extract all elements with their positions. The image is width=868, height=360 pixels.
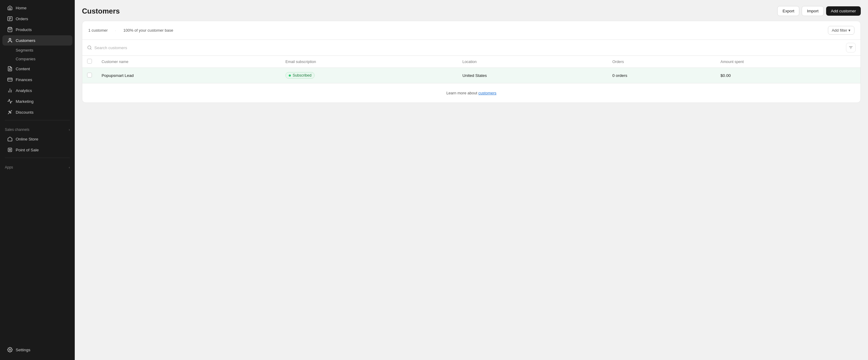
sidebar-item-label: Analytics	[16, 88, 32, 93]
chevron-down-icon: ▾	[848, 28, 850, 33]
add-filter-button[interactable]: Add filter ▾	[828, 26, 855, 35]
pos-icon	[7, 147, 13, 153]
column-location: Location	[458, 56, 608, 68]
sidebar-item-settings[interactable]: Settings	[2, 344, 72, 355]
subscribed-badge: Subscribed	[285, 72, 315, 79]
customer-count: 1 customer	[88, 28, 107, 33]
products-icon	[7, 27, 13, 32]
sidebar-item-label: Orders	[16, 17, 28, 21]
sidebar-item-label: Home	[16, 6, 27, 10]
header-checkbox-cell	[82, 56, 97, 68]
stats-bar: 1 customer · 100% of your customer base …	[82, 21, 861, 40]
sidebar-item-content[interactable]: Content	[2, 64, 72, 74]
stat-divider: ·	[115, 28, 116, 33]
settings-icon	[7, 347, 13, 353]
location-cell: United States	[458, 68, 608, 83]
customers-icon	[7, 38, 13, 43]
sidebar-item-label: Point of Sale	[16, 148, 39, 152]
svg-point-5	[9, 38, 11, 40]
page-title: Customers	[82, 7, 120, 16]
sidebar-item-customers[interactable]: Customers	[2, 35, 72, 46]
home-icon	[7, 5, 13, 10]
badge-dot	[289, 74, 291, 77]
import-button[interactable]: Import	[802, 6, 824, 16]
customer-location: United States	[462, 73, 487, 78]
sidebar-item-finances[interactable]: Finances	[2, 74, 72, 85]
customer-base-percent: 100% of your customer base	[123, 28, 173, 33]
finances-icon	[7, 77, 13, 82]
learn-more-section: Learn more about customers	[82, 83, 861, 102]
sidebar-bottom: Settings	[0, 344, 75, 358]
divider-2	[5, 158, 70, 158]
customer-amount-spent: $0.00	[721, 73, 731, 78]
sidebar-item-label: Content	[16, 67, 30, 71]
svg-point-18	[9, 349, 11, 351]
svg-point-13	[9, 111, 10, 112]
orders-icon	[7, 16, 13, 22]
customer-orders: 0 orders	[613, 73, 627, 78]
sub-item-label: Segments	[16, 48, 33, 53]
sidebar-item-online-store[interactable]: Online Store	[2, 134, 72, 144]
sidebar-item-products[interactable]: Products	[2, 24, 72, 35]
column-email-subscription: Email subscription	[281, 56, 458, 68]
sidebar-item-discounts[interactable]: Discounts	[2, 107, 72, 117]
sidebar-item-marketing[interactable]: Marketing	[2, 96, 72, 107]
row-checkbox[interactable]	[87, 73, 92, 78]
header-actions: Export Import Add customer	[777, 6, 861, 16]
column-amount-spent: Amount spent	[716, 56, 861, 68]
customers-card: 1 customer · 100% of your customer base …	[82, 21, 861, 103]
sidebar-item-label: Marketing	[16, 99, 33, 104]
sidebar-sub-item-segments[interactable]: Segments	[2, 46, 72, 54]
content-icon	[7, 66, 13, 71]
sidebar-item-label: Discounts	[16, 110, 33, 115]
sidebar-sub-item-companies[interactable]: Companies	[2, 55, 72, 63]
sort-button[interactable]	[846, 43, 856, 53]
table-row[interactable]: Popupsmart Lead Subscribed United States	[82, 68, 861, 83]
svg-point-14	[10, 113, 11, 113]
analytics-icon	[7, 88, 13, 93]
search-input[interactable]	[94, 46, 844, 50]
search-icon	[87, 45, 92, 50]
sidebar-item-analytics[interactable]: Analytics	[2, 85, 72, 96]
email-subscription-cell: Subscribed	[281, 68, 458, 83]
chevron-icon: ‹	[69, 128, 70, 131]
customers-table: Customer name Email subscription Locatio…	[82, 56, 861, 83]
row-checkbox-cell	[82, 68, 97, 83]
sidebar-item-label: Settings	[16, 348, 30, 352]
svg-rect-17	[9, 149, 11, 151]
sidebar-item-home[interactable]: Home	[2, 3, 72, 13]
learn-more-text: Learn more about	[446, 91, 478, 95]
select-all-checkbox[interactable]	[87, 59, 92, 64]
customers-link[interactable]: customers	[478, 91, 496, 95]
sidebar: Home Orders Products Customers Segments	[0, 0, 75, 360]
sub-item-label: Companies	[16, 57, 36, 61]
amount-spent-cell: $0.00	[716, 68, 861, 83]
sales-channels-section: Sales channels ‹	[0, 123, 75, 133]
page-header: Customers Export Import Add customer	[82, 6, 861, 16]
export-button[interactable]: Export	[777, 6, 799, 16]
search-bar	[82, 40, 861, 56]
divider-1	[5, 120, 70, 120]
page-content-area: Customers Export Import Add customer 1 c…	[75, 0, 868, 360]
customer-name-cell: Popupsmart Lead	[97, 68, 281, 83]
add-customer-button[interactable]: Add customer	[826, 6, 861, 16]
sidebar-item-orders[interactable]: Orders	[2, 13, 72, 24]
column-customer-name: Customer name	[97, 56, 281, 68]
table-header-row: Customer name Email subscription Locatio…	[82, 56, 861, 68]
customer-count-stat: 1 customer	[88, 28, 107, 33]
svg-line-20	[90, 49, 91, 50]
sales-channels-label: Sales channels	[5, 127, 29, 132]
marketing-icon	[7, 98, 13, 104]
main-content: Customers Export Import Add customer 1 c…	[75, 0, 868, 360]
svg-line-15	[8, 110, 12, 114]
filter-button-label: Add filter	[832, 28, 847, 33]
apps-chevron-icon: ‹	[69, 166, 70, 169]
apps-section: Apps ‹	[0, 160, 75, 171]
sidebar-item-point-of-sale[interactable]: Point of Sale	[2, 145, 72, 155]
discounts-icon	[7, 110, 13, 115]
sidebar-item-label: Finances	[16, 78, 32, 82]
customer-name: Popupsmart Lead	[101, 73, 134, 78]
svg-rect-16	[8, 148, 12, 152]
column-orders: Orders	[608, 56, 716, 68]
apps-label: Apps	[5, 165, 13, 170]
